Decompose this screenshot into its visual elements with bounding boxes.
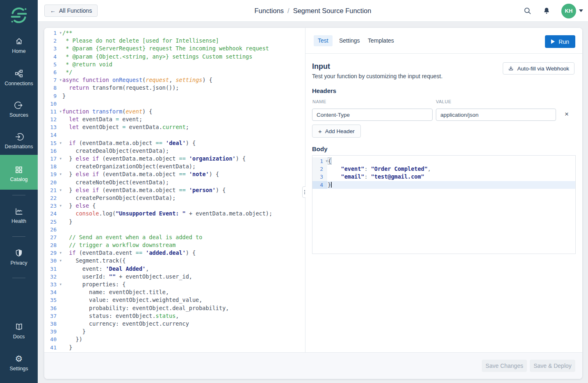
line-number-gutter[interactable]: 30▾	[44, 257, 62, 265]
line-number-gutter[interactable]: 25	[44, 218, 62, 226]
line-number-gutter[interactable]: 28	[44, 241, 62, 249]
fold-arrow-icon[interactable]: ▾	[59, 186, 62, 194]
line-number-gutter[interactable]: 23▾	[44, 202, 62, 210]
fold-arrow-icon[interactable]: ▾	[59, 155, 62, 163]
fold-arrow-icon[interactable]: ▾	[59, 29, 62, 37]
header-name-input[interactable]	[312, 109, 433, 121]
line-number-gutter[interactable]: 36	[44, 304, 62, 312]
user-menu[interactable]: KH	[561, 4, 583, 18]
line-number-gutter[interactable]: 34	[44, 288, 62, 296]
line-number-gutter[interactable]: 11▾	[44, 108, 62, 116]
code-line[interactable]: 1▾{	[312, 157, 575, 165]
sidebar-item-health[interactable]: Health	[0, 207, 38, 224]
code-line[interactable]: 10	[44, 100, 305, 108]
code-line[interactable]: 25 }	[44, 218, 305, 226]
code-line[interactable]: 16 createDealObject(eventData);	[44, 147, 305, 155]
remove-header-button[interactable]: ×	[562, 109, 572, 119]
line-number-gutter[interactable]: 41	[44, 344, 62, 351]
code-line[interactable]: 20 createNoteObject(eventData);	[44, 179, 305, 186]
sidebar-item-connections[interactable]: Connections	[0, 69, 38, 86]
code-line[interactable]: 36 probability: eventObject.deal_probabi…	[44, 304, 305, 312]
autofill-webhook-button[interactable]: Auto-fill via Webhook	[503, 62, 574, 75]
code-line[interactable]: 37 status: eventObject.status,	[44, 312, 305, 320]
line-number-gutter[interactable]: 15▾	[44, 139, 62, 147]
line-number-gutter[interactable]: 27	[44, 233, 62, 241]
code-line[interactable]: 14	[44, 131, 305, 139]
fold-arrow-icon[interactable]: ▾	[59, 170, 62, 178]
line-number-gutter[interactable]: 16	[44, 147, 62, 155]
sidebar-item-home[interactable]: Home	[0, 37, 38, 54]
code-line[interactable]: 26	[44, 226, 305, 233]
code-line[interactable]: 11▾function transform(event) {	[44, 108, 305, 116]
code-line[interactable]: 32 userId: "" + eventObject.user_id,	[44, 273, 305, 281]
breadcrumb-parent[interactable]: Functions	[255, 7, 284, 15]
line-number-gutter[interactable]: 37	[44, 312, 62, 320]
line-number-gutter[interactable]: 3	[44, 45, 62, 52]
line-number-gutter[interactable]: 31	[44, 265, 62, 273]
line-number-gutter[interactable]: 29▾	[44, 249, 62, 257]
code-line[interactable]: 19▾ } else if (eventData.meta.object == …	[44, 170, 305, 178]
line-number-gutter[interactable]: 6	[44, 68, 62, 76]
code-line[interactable]: 30▾ Segment.track({	[44, 257, 305, 265]
code-line[interactable]: 40 })	[44, 335, 305, 343]
line-number-gutter[interactable]: 22	[44, 194, 62, 202]
sidebar-item-catalog[interactable]: Catalog	[0, 155, 38, 190]
line-number-gutter[interactable]: 3	[312, 173, 327, 181]
line-number-gutter[interactable]: 14	[44, 131, 62, 139]
code-line[interactable]: 9}	[44, 92, 305, 100]
line-number-gutter[interactable]: 17▾	[44, 155, 62, 163]
save-changes-button[interactable]: Save Changes	[482, 360, 527, 372]
line-number-gutter[interactable]: 24	[44, 210, 62, 218]
code-line[interactable]: 27 // Send an event when a deal is added…	[44, 233, 305, 241]
code-line[interactable]: 21▾ } else if (eventData.meta.object == …	[44, 186, 305, 194]
header-value-input[interactable]	[436, 109, 556, 121]
run-button[interactable]: Run	[545, 35, 575, 48]
tab-test[interactable]: Test	[314, 35, 333, 46]
line-number-gutter[interactable]: 2	[44, 37, 62, 45]
code-line[interactable]: 1▾/**	[44, 29, 305, 37]
tab-templates[interactable]: Templates	[364, 35, 398, 46]
save-deploy-button[interactable]: Save & Deploy	[530, 360, 575, 372]
line-number-gutter[interactable]: 35	[44, 296, 62, 304]
line-number-gutter[interactable]: 13	[44, 123, 62, 131]
line-number-gutter[interactable]: 10	[44, 100, 62, 108]
code-line[interactable]: 12 let eventData = event;	[44, 116, 305, 123]
fold-arrow-icon[interactable]: ▾	[59, 202, 62, 210]
fold-arrow-icon[interactable]: ▾	[59, 108, 62, 116]
tab-settings[interactable]: Settings	[335, 35, 364, 46]
sidebar-item-destinations[interactable]: Destinations	[0, 132, 38, 150]
code-editor[interactable]: 1▾/**2 * Please do not delete [used for …	[44, 28, 305, 352]
body-json-editor[interactable]: 1▾{2 "event": "Order Completed",3 "email…	[312, 155, 576, 254]
code-line[interactable]: 22 createPersonObject(eventData);	[44, 194, 305, 202]
bell-icon[interactable]	[542, 7, 551, 15]
code-line[interactable]: 8 return transform(request.json());	[44, 84, 305, 92]
code-line[interactable]: 17▾ } else if (eventData.meta.object == …	[44, 155, 305, 163]
line-number-gutter[interactable]: 8	[44, 84, 62, 92]
code-line[interactable]: 4}	[312, 181, 575, 189]
add-header-button[interactable]: + Add Header	[312, 125, 361, 138]
code-line[interactable]: 2 "event": "Order Completed",	[312, 165, 575, 173]
sidebar-item-sources[interactable]: Sources	[0, 101, 38, 118]
line-number-gutter[interactable]: 40	[44, 335, 62, 343]
line-number-gutter[interactable]: 20	[44, 179, 62, 186]
fold-arrow-icon[interactable]: ▾	[59, 249, 62, 257]
line-number-gutter[interactable]: 4	[312, 181, 327, 189]
code-line[interactable]: 3 "email": "test@gmail.com"	[312, 173, 575, 181]
code-line[interactable]: 7▾async function onRequest(request, sett…	[44, 76, 305, 84]
line-number-gutter[interactable]: 7▾	[44, 76, 62, 84]
fold-arrow-icon[interactable]: ▾	[59, 76, 62, 84]
code-line[interactable]: 34 name: eventObject.title,	[44, 288, 305, 296]
line-number-gutter[interactable]: 21▾	[44, 186, 62, 194]
segment-logo-icon[interactable]	[0, 6, 38, 26]
line-number-gutter[interactable]: 39	[44, 328, 62, 335]
fold-arrow-icon[interactable]: ▾	[326, 157, 328, 165]
code-line[interactable]: 3 * @param {ServerRequest} request The i…	[44, 45, 305, 52]
line-number-gutter[interactable]: 32	[44, 273, 62, 281]
code-line[interactable]: 35 value: eventObject.weighted_value,	[44, 296, 305, 304]
line-number-gutter[interactable]: 5	[44, 61, 62, 68]
fold-arrow-icon[interactable]: ▾	[59, 281, 62, 288]
code-line[interactable]: 29▾ if (eventData.event == 'added.deal')…	[44, 249, 305, 257]
code-line[interactable]: 38 currency: eventObject.currency	[44, 320, 305, 328]
code-line[interactable]: 4 * @param {Object.<string, any>} settin…	[44, 53, 305, 61]
line-number-gutter[interactable]: 2	[312, 165, 327, 173]
